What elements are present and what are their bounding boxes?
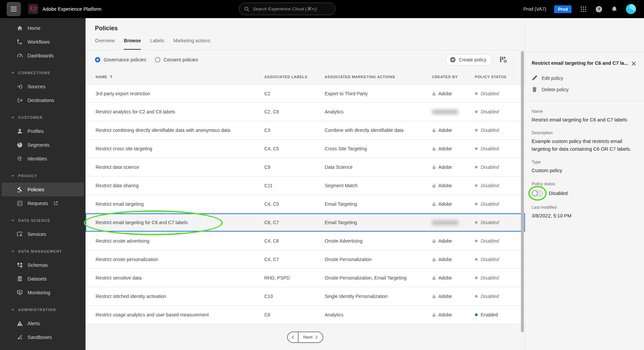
radio-governance-policies[interactable]: Governance policies	[95, 57, 146, 62]
sidebar-section-privacy[interactable]: PRIVACY	[0, 169, 86, 183]
app-window: Adobe Experience Platform Prod (VA7) Pro…	[0, 0, 644, 350]
table-row-restrict-combining-directly-identifiable[interactable]: Restrict combining directly identifiable…	[86, 121, 525, 140]
table-row-restrict-sensitive-data[interactable]: Restrict sensitive data RHD, PSPD Onsite…	[86, 269, 525, 287]
status-dot	[475, 147, 478, 150]
sidebar-section-customer[interactable]: CUSTOMER	[0, 110, 86, 124]
field-last-modified: Last modified 3/8/2022, 5:10 PM	[532, 205, 636, 219]
sources-icon	[17, 84, 23, 90]
external-link-icon	[53, 201, 58, 206]
requests-icon	[17, 200, 23, 206]
sidebar-item-services[interactable]: Services	[2, 227, 84, 241]
column-header-policy-status[interactable]: POLICY STATUS	[475, 75, 525, 79]
top-bar: Adobe Experience Platform Prod (VA7) Pro…	[0, 0, 644, 18]
sidebar-item-destinations[interactable]: Destinations	[2, 93, 84, 107]
radio-selected-icon	[95, 57, 100, 62]
hamburger-menu-button[interactable]	[7, 2, 21, 16]
panel-title: Restrict email targeting for C6 and C7 l…	[532, 60, 628, 66]
lock-icon	[432, 239, 436, 243]
vertical-scrollbar[interactable]	[521, 51, 524, 332]
column-settings-icon[interactable]	[499, 56, 507, 63]
sidebar-item-schemas[interactable]: Schemas	[2, 258, 84, 272]
sidebar-item-identities[interactable]: Identities	[2, 152, 84, 165]
tab-overview[interactable]: Overview	[95, 36, 114, 50]
tab-labels[interactable]: Labels	[150, 36, 164, 50]
sidebar-item-alerts[interactable]: Alerts	[2, 316, 84, 330]
search-input[interactable]	[253, 6, 330, 11]
column-header-name[interactable]: NAME	[86, 75, 264, 79]
previous-page-button[interactable]	[288, 332, 299, 342]
lock-icon	[432, 257, 436, 262]
sidebar-item-policies[interactable]: Policies	[2, 183, 84, 196]
policies-icon	[17, 187, 23, 193]
status-dot	[475, 240, 478, 242]
table-row-restrict-stitched-identity-activation[interactable]: Restrict stitched identity activation C1…	[86, 287, 525, 306]
sidebar-item-workflows[interactable]: Workflows	[2, 35, 84, 49]
sidebar-section-administration[interactable]: ADMINISTRATION	[0, 303, 86, 316]
sidebar-item-dashboards[interactable]: Dashboards	[2, 49, 84, 62]
sidebar-item-sources[interactable]: Sources	[2, 80, 84, 93]
column-header-created-by[interactable]: CREATED BY	[432, 75, 475, 79]
redacted-user-name	[432, 109, 458, 114]
lock-icon	[432, 183, 436, 188]
table-body: 3rd party export restriction C2 Export t…	[86, 84, 525, 324]
status-dot	[475, 110, 478, 113]
apps-grid-icon[interactable]	[580, 5, 587, 13]
table-row-restrict-email-targeting[interactable]: Restrict email targeting C4, C5 Email Ta…	[86, 195, 525, 213]
sidebar-section-connections[interactable]: CONNECTIONS	[0, 66, 86, 80]
plus-circle-icon	[450, 57, 456, 63]
sidebar-item-profiles[interactable]: Profiles	[2, 124, 84, 138]
table-row-restrict-analytics-for-c2-and-c8-labels[interactable]: Restrict analytics for C2 and C8 labels …	[86, 103, 525, 121]
identities-icon	[17, 156, 23, 162]
sidebar-section-data-management[interactable]: DATA MANAGEMENT	[0, 244, 86, 258]
table-row-3rd-party-export-restriction[interactable]: 3rd party export restriction C2 Export t…	[86, 84, 525, 103]
lock-icon	[432, 202, 436, 206]
sidebar-item-sandboxes[interactable]: Sandboxes	[2, 330, 84, 344]
table-header-row: NAME ASSOCIATED LABELS ASSOCIATED MARKET…	[86, 69, 525, 84]
lock-icon	[432, 128, 436, 133]
tab-marketing-actions[interactable]: Marketing actions	[173, 36, 210, 50]
table-row-restrict-cross-site-targeting[interactable]: Restrict cross site targeting C4, C5 Cro…	[86, 140, 525, 158]
sidebar-section-data-science[interactable]: DATA SCIENCE	[0, 213, 86, 227]
tab-browse[interactable]: Browse	[124, 36, 141, 50]
close-icon[interactable]	[631, 60, 637, 66]
sidebar-item-monitoring[interactable]: Monitoring	[2, 286, 84, 299]
sidebar-item-datasets[interactable]: Datasets	[2, 272, 84, 286]
alerts-icon	[17, 320, 23, 327]
create-policy-button[interactable]: Create policy	[445, 54, 492, 65]
column-header-labels[interactable]: ASSOCIATED LABELS	[264, 75, 325, 79]
lock-icon	[432, 146, 436, 151]
global-search[interactable]	[239, 3, 335, 15]
help-icon[interactable]: ?	[595, 5, 602, 13]
sidebar-item-requests[interactable]: Requests	[2, 196, 84, 210]
search-icon	[244, 6, 250, 12]
main-content: Policies Overview Browse Labels Marketin…	[86, 18, 525, 350]
radio-consent-policies[interactable]: Consent policies	[155, 57, 198, 62]
table-row-restrict-data-science[interactable]: Restrict data science C9 Data Science Ad…	[86, 158, 525, 177]
sidebar-item-segments[interactable]: Segments	[2, 138, 84, 152]
delete-policy-button[interactable]: Delete policy	[532, 87, 638, 92]
profiles-icon	[17, 128, 23, 134]
sidebar-item-home[interactable]: Home	[2, 21, 84, 35]
chevron-down-icon	[11, 71, 14, 74]
environment-badge[interactable]: Prod	[554, 5, 572, 13]
table-row-restrict-onsite-personalization[interactable]: Restrict onsite personalization C4, C7 O…	[86, 250, 525, 269]
policy-status-toggle[interactable]	[532, 190, 543, 196]
table-row-restrict-onsite-advertising[interactable]: Restrict onsite advertising C4, C6 Onsit…	[86, 232, 525, 250]
status-dot	[475, 166, 478, 168]
column-header-marketing-actions[interactable]: ASSOCIATED MARKETING ACTIONS	[325, 75, 432, 79]
notifications-bell-icon[interactable]	[610, 5, 618, 13]
status-dot	[475, 184, 478, 187]
table-row-restrict-usage-analytics-and-user-based-[interactable]: Restrict usage analytics and user based …	[86, 306, 525, 324]
sidebar-nav: Home Workflows Dashboards CONNECTIONS So…	[0, 18, 86, 350]
lock-icon	[432, 165, 436, 169]
field-policy-status: Policy status Disabled	[532, 182, 636, 196]
user-avatar[interactable]	[626, 4, 636, 14]
table-row-restrict-data-sharing[interactable]: Restrict data sharing C11 Segment Match …	[86, 177, 525, 195]
next-page-button[interactable]: Next	[299, 332, 323, 342]
table-row-restrict-email-targeting-for-c6-and-c7-l[interactable]: Restrict email targeting for C6 and C7 l…	[86, 213, 525, 232]
pagination: Next	[287, 332, 323, 343]
field-type: Type Custom policy	[532, 160, 636, 174]
edit-policy-button[interactable]: Edit policy	[532, 75, 638, 81]
status-dot	[475, 92, 478, 95]
status-dot	[475, 277, 478, 279]
